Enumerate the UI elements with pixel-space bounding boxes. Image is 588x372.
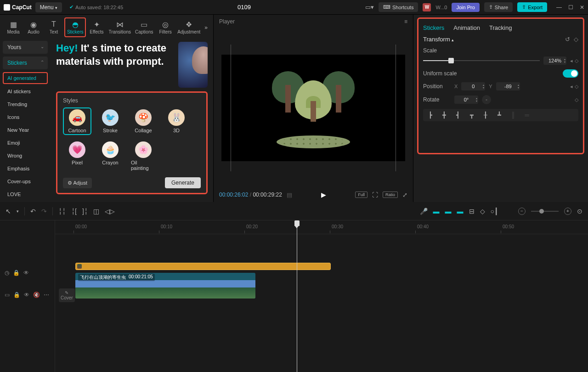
zoom-in-icon[interactable]: + — [564, 208, 571, 215]
sidebar-stickers[interactable]: Stickers⌃ — [3, 56, 48, 69]
eye-icon[interactable]: 👁 — [24, 292, 29, 298]
pos-kf-icon[interactable]: ◇ — [575, 84, 578, 90]
playhead[interactable] — [297, 220, 297, 372]
trim-right-icon[interactable]: ]╎ — [82, 208, 88, 215]
style-stroke[interactable]: 🐦Stroke — [96, 107, 124, 135]
fit-icon[interactable]: ⊙ — [577, 208, 582, 215]
sidebar-yours[interactable]: Yours⌄ — [3, 41, 48, 54]
uniform-scale-toggle[interactable] — [563, 69, 578, 78]
pointer-tool-icon[interactable]: ↖ — [6, 208, 11, 215]
user-avatar[interactable]: W — [423, 3, 431, 11]
keyframe-icon[interactable]: ◇ — [574, 36, 578, 43]
player-menu-icon[interactable]: ≡ — [404, 18, 407, 25]
tab-filters[interactable]: ◎Filters — [156, 18, 175, 36]
magnet-icon[interactable]: ▬ — [433, 208, 440, 215]
sidebar-ai-generated[interactable]: AI generated — [3, 72, 48, 84]
split-icon[interactable]: ╎╎ — [58, 208, 66, 215]
style-oil-painting[interactable]: 🌸Oil painting — [129, 140, 158, 173]
video-clip[interactable]: 飞行在山顶湖的寄生虫00:00:21:05 — [75, 273, 255, 299]
sidebar-trending[interactable]: Trending — [3, 99, 48, 110]
ratio-button[interactable]: Ratio — [383, 192, 398, 198]
eye-icon[interactable]: 👁 — [23, 270, 29, 276]
tab-media[interactable]: ▦Media — [4, 18, 23, 36]
fullscreen-icon[interactable]: ⤢ — [402, 192, 407, 198]
marker-icon[interactable]: ◇ — [480, 208, 485, 215]
full-button[interactable]: Full — [355, 192, 368, 198]
undo-icon[interactable]: ↶ — [30, 208, 36, 215]
mic-icon[interactable]: 🎤 — [420, 208, 428, 215]
rotate-input[interactable]: 0°▴▾ — [454, 96, 478, 104]
play-button[interactable]: ▶ — [297, 191, 351, 198]
tab-adjustment[interactable]: ❖Adjustment — [176, 18, 202, 36]
shortcuts-button[interactable]: ⌨ Shortcuts — [379, 2, 418, 12]
sidebar-cover-ups[interactable]: Cover-ups — [3, 176, 48, 187]
zoom-out-icon[interactable]: − — [518, 208, 526, 215]
tab-captions[interactable]: ▭Captions — [133, 18, 155, 36]
props-tab-animation[interactable]: Animation — [453, 24, 480, 31]
track-icon[interactable]: ⊟ — [469, 208, 475, 215]
settings-icon[interactable]: ○┃ — [491, 208, 498, 215]
crop-icon[interactable]: ⛶ — [372, 192, 378, 198]
mirror-button[interactable]: - — [482, 95, 491, 104]
align-left-icon[interactable]: ┣ — [426, 112, 435, 118]
sidebar-emoji[interactable]: Emoji — [3, 137, 48, 148]
more-icon[interactable]: ⋯ — [44, 292, 49, 298]
pos-kf-prev-icon[interactable]: ◂ — [570, 84, 573, 90]
scale-value[interactable]: 124%▴▾ — [543, 56, 566, 65]
tab-transitions[interactable]: ⋈Transitions — [107, 18, 132, 36]
link-icon[interactable]: ▬ — [445, 208, 452, 215]
align-center-v-icon[interactable]: ╂ — [481, 112, 490, 118]
tab-effects[interactable]: ✦Effects — [87, 18, 106, 36]
close-icon[interactable]: ✕ — [580, 4, 584, 11]
sidebar-mood[interactable]: Mood — [3, 202, 48, 202]
join-pro-button[interactable]: Join Pro — [452, 3, 479, 12]
export-button[interactable]: ⇧ Export — [517, 2, 547, 12]
sidebar-ai-stickers[interactable]: AI stickers — [3, 86, 48, 97]
sidebar-love[interactable]: LOVE — [3, 189, 48, 200]
sidebar-emphasis[interactable]: Emphasis — [3, 163, 48, 174]
tab-stickers[interactable]: ◓Stickers — [64, 17, 86, 37]
maximize-icon[interactable]: ☐ — [568, 4, 573, 11]
position-x-input[interactable]: 0▴▾ — [461, 82, 485, 90]
trim-left-icon[interactable]: ╎[ — [71, 208, 77, 215]
align-right-icon[interactable]: ┫ — [453, 112, 463, 118]
video-track-icon[interactable]: ▭ — [5, 292, 10, 298]
sidebar-new-year[interactable]: New Year — [3, 124, 48, 135]
sidebar-wrong[interactable]: Wrong — [3, 150, 48, 161]
clock-icon[interactable]: ◷ — [5, 270, 9, 276]
scale-kf-icon[interactable]: ◇ — [575, 58, 578, 64]
lock-icon[interactable]: 🔒 — [13, 292, 20, 298]
timeline-ruler[interactable]: 00:00 00:10 00:20 00:30 00:40 00:50 — [55, 220, 588, 234]
props-tab-tracking[interactable]: Tracking — [489, 24, 512, 31]
rot-kf-icon[interactable]: ◇ — [575, 97, 578, 103]
aspect-icon[interactable]: ▭▾ — [365, 4, 374, 11]
tab-text[interactable]: TText — [44, 18, 63, 36]
pointer-dropdown-icon[interactable]: ▾ — [17, 209, 19, 214]
props-tab-stickers[interactable]: Stickers — [423, 24, 444, 31]
compare-icon[interactable]: ▤ — [287, 192, 292, 198]
scale-slider[interactable] — [423, 60, 540, 61]
redo-icon[interactable]: ↷ — [41, 208, 47, 215]
align-top-icon[interactable]: ┳ — [467, 112, 476, 118]
menu-button[interactable]: Menu ▾ — [35, 2, 62, 12]
style-crayon[interactable]: 🧁Crayon — [96, 140, 124, 173]
timeline-tracks-area[interactable]: 00:00 00:10 00:20 00:30 00:40 00:50 飞行在山… — [55, 220, 588, 372]
mirror-tool-icon[interactable]: ◁▷ — [105, 208, 115, 215]
style-collage[interactable]: 🍄Collage — [129, 107, 158, 135]
preview-icon[interactable]: ▬ — [457, 208, 464, 215]
generate-button[interactable]: Generate — [165, 177, 201, 188]
minimize-icon[interactable]: — — [556, 4, 562, 11]
share-button[interactable]: ⇪ Share — [484, 2, 513, 12]
align-center-h-icon[interactable]: ╋ — [440, 112, 449, 118]
style-cartoon[interactable]: 🚗Cartoon — [63, 107, 91, 135]
style-3d[interactable]: 🐰3D — [162, 107, 191, 135]
more-tabs-icon[interactable]: » — [203, 23, 209, 33]
style-pixel[interactable]: 💗Pixel — [63, 140, 91, 173]
mute-icon[interactable]: 🔇 — [33, 292, 40, 298]
reset-icon[interactable]: ↺ — [565, 36, 570, 43]
player-viewport[interactable] — [214, 28, 413, 187]
transform-header[interactable]: Transform ▴ ↺ ◇ — [423, 36, 578, 43]
lock-icon[interactable]: 🔒 — [13, 270, 20, 276]
tab-audio[interactable]: ◉Audio — [24, 18, 43, 36]
align-bottom-icon[interactable]: ┻ — [495, 112, 504, 118]
